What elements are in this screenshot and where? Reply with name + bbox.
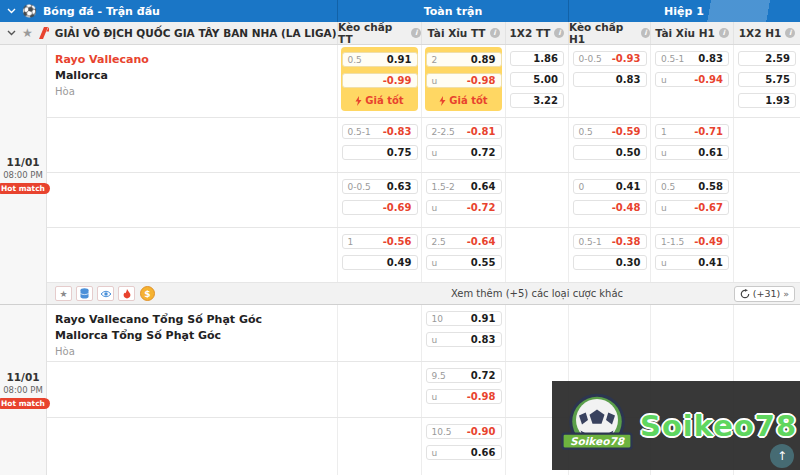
odds-box[interactable]: 1-0.56	[342, 234, 418, 249]
odds-box[interactable]: u0.72	[426, 145, 502, 160]
league-title-cell: ★ GIẢI VÔ ĐỊCH QUỐC GIA TÂY BAN NHA (LA …	[0, 22, 337, 44]
odds-box[interactable]: 0.50	[573, 145, 647, 160]
handicap-h1-cell: 00.41 -0.48	[568, 173, 650, 227]
odds-box[interactable]: u0.83	[426, 332, 502, 347]
odds-box[interactable]: 3.22	[510, 93, 564, 108]
odds-box[interactable]: u-0.98	[426, 73, 502, 88]
odds-box[interactable]: 5.75	[738, 72, 796, 87]
overunder-ft-cell: 9.50.72 u-0.98	[421, 362, 505, 417]
team-names-empty	[47, 173, 337, 227]
match-time: 08:00 PM	[3, 385, 43, 395]
odds-box[interactable]: 9.50.72	[426, 368, 502, 383]
sport-label: Bóng đá - Trận đấu	[43, 5, 160, 18]
odds-box[interactable]: u-0.67	[655, 200, 729, 215]
odds-box[interactable]: 0.5-10.83	[655, 51, 729, 66]
odds-box[interactable]: 0-0.50.63	[342, 179, 418, 194]
good-price-block: 20.89 u-0.98 Giá tốt	[425, 47, 502, 111]
odds-box[interactable]: u0.61	[655, 145, 729, 160]
odds-box[interactable]: 1.93	[738, 93, 796, 108]
coin-icon[interactable]: $	[140, 286, 155, 301]
laliga-logo-icon	[39, 27, 49, 39]
odds-box[interactable]: 5.00	[510, 72, 564, 87]
info-icon[interactable]: i	[641, 28, 650, 38]
topbar: ⚽ Bóng đá - Trận đấu Toàn trận Hiệp 1	[0, 0, 800, 22]
odds-box[interactable]: 0.50.58	[655, 179, 729, 194]
odds-box[interactable]: -0.69	[342, 200, 418, 215]
team-names-empty	[47, 362, 337, 417]
odds-box[interactable]: 0-0.5-0.93	[573, 51, 647, 66]
team-names-empty	[47, 418, 337, 475]
favorite-star-icon[interactable]: ★	[22, 27, 33, 39]
overunder-h1-cell: 0.5-10.83 u-0.94	[650, 45, 733, 117]
odds-box[interactable]: 2-2.5-0.81	[426, 124, 502, 139]
odds-box[interactable]: 100.91	[426, 311, 502, 326]
chevron-down-icon[interactable]	[7, 8, 16, 14]
odds-box[interactable]: 2.59	[738, 51, 796, 66]
odds-box[interactable]: 0.5-1-0.83	[342, 124, 418, 139]
odds-box[interactable]: u-0.72	[426, 200, 502, 215]
double-chevron-icon: »	[783, 288, 789, 299]
odds-box[interactable]: 0.75	[342, 145, 418, 160]
good-price-label: Giá tốt	[439, 95, 487, 106]
odds-box[interactable]: 0.83	[573, 72, 647, 87]
hot-match-badge: Hot match	[0, 398, 50, 409]
good-price-label: Giá tốt	[355, 95, 403, 106]
odds-box[interactable]: 1-1.5-0.49	[655, 234, 729, 249]
handicap-ft-cell: 1-0.56 0.49	[337, 228, 421, 282]
more-bets-label[interactable]: Xem thêm (+5) các loại cược khác	[337, 288, 737, 299]
odds-box[interactable]: u-0.94	[655, 72, 729, 87]
lightning-icon	[355, 96, 362, 106]
odds-row: 0-0.50.63 -0.69 1.5-20.64 u-0.72 00.41 -…	[47, 173, 800, 228]
watch-eye-button[interactable]	[97, 286, 114, 301]
draw-label: Hòa	[55, 84, 337, 100]
info-icon[interactable]: i	[785, 28, 795, 38]
odds-box[interactable]: u-0.98	[426, 389, 502, 404]
1x2-ft-cell-empty	[505, 173, 568, 227]
draw-label: Hòa	[55, 344, 337, 360]
odds-box[interactable]: u0.55	[426, 255, 502, 270]
info-icon[interactable]: i	[719, 28, 729, 38]
1x2-ft-cell-empty	[505, 228, 568, 282]
odds-box[interactable]: 0.50.91	[342, 52, 418, 67]
eye-icon	[100, 290, 112, 298]
hot-flame-button[interactable]	[118, 286, 135, 301]
favorite-star-button[interactable]: ★	[55, 286, 72, 301]
more-bets-button[interactable]: (+31) »	[734, 286, 795, 302]
odds-box[interactable]: -0.48	[573, 200, 647, 215]
odds-box[interactable]: 1.86	[510, 51, 564, 66]
odds-box[interactable]: 1-0.71	[655, 124, 729, 139]
match-date: 11/01	[6, 156, 39, 168]
handicap-h1-cell: 0-0.5-0.93 0.83	[568, 45, 650, 117]
away-team: Mallorca	[55, 68, 337, 84]
database-icon	[80, 288, 89, 299]
collapse-chevron-icon[interactable]	[7, 30, 16, 36]
odds-box[interactable]: 0.5-0.59	[573, 124, 647, 139]
odds-box[interactable]: -0.99	[342, 73, 418, 88]
1x2-ft-cell: 1.86 5.00 3.22	[505, 45, 568, 117]
odds-box[interactable]: 1.5-20.64	[426, 179, 502, 194]
info-icon[interactable]: i	[490, 28, 500, 38]
info-icon[interactable]: i	[554, 28, 564, 38]
odds-box[interactable]: 10.5-0.90	[426, 424, 502, 439]
stats-database-button[interactable]	[76, 286, 93, 301]
handicap-ft-cell-empty	[337, 418, 421, 475]
odds-box[interactable]: u0.66	[426, 445, 502, 460]
overunder-ft-cell: 20.89 u-0.98 Giá tốt	[421, 45, 505, 117]
handicap-ft-cell: 0-0.50.63 -0.69	[337, 173, 421, 227]
odds-box[interactable]: 0.5-1-0.38	[573, 234, 647, 249]
team-names: Rayo Vallecano Tổng Số Phạt Góc Mallorca…	[47, 305, 337, 361]
column-header-overunder-ft: Tài Xỉu TTi	[421, 22, 505, 44]
league-header-row: ★ GIẢI VÔ ĐỊCH QUỐC GIA TÂY BAN NHA (LA …	[0, 22, 800, 45]
match-date: 11/01	[6, 371, 39, 383]
odds-box[interactable]: 2.5-0.64	[426, 234, 502, 249]
odds-row: 1-0.56 0.49 2.5-0.64 u0.55 0.5-1-0.38 0.…	[47, 228, 800, 283]
info-icon[interactable]: i	[411, 28, 421, 38]
odds-row: 0.5-1-0.83 0.75 2-2.5-0.81 u0.72 0.5-0.5…	[47, 118, 800, 173]
scroll-to-top-button[interactable]: ↑	[770, 444, 794, 468]
odds-box[interactable]: 00.41	[573, 179, 647, 194]
odds-box[interactable]: 20.89	[426, 52, 502, 67]
odds-box[interactable]: 0.30	[573, 255, 647, 270]
lightning-icon	[439, 96, 446, 106]
odds-box[interactable]: 0.49	[342, 255, 418, 270]
odds-box[interactable]: u0.41	[655, 255, 729, 270]
